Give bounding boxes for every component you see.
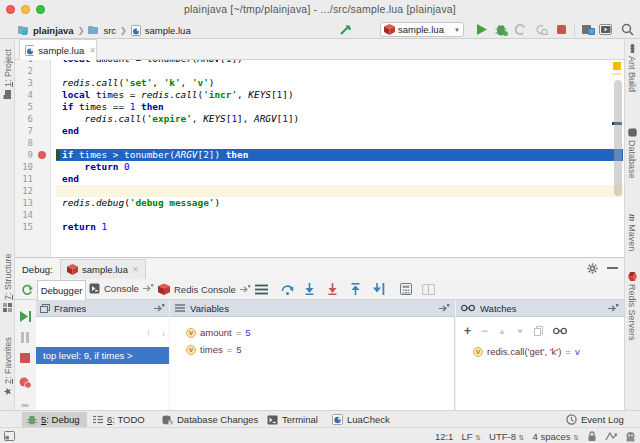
tab-redis-console: Redis Console <box>158 283 251 295</box>
more: »» <box>21 401 28 410</box>
titlebar: plainjava [~/tmp/plainjava] - .../src/sa… <box>0 0 640 21</box>
toolbar: plainjava ❯ src ❯ sample.lua sample.lua … <box>0 21 640 39</box>
view-breakpoints <box>19 377 32 389</box>
stripe-project: 1: Project <box>1 42 14 99</box>
evaluate <box>400 283 412 295</box>
stripe-mark-yellow <box>613 62 621 70</box>
stripe-maven: m Maven <box>626 214 639 258</box>
twb-dbchanges: Database Changes <box>162 412 258 427</box>
tw-toggle <box>4 431 15 441</box>
indent: 4 spaces ⇅ <box>532 431 579 442</box>
stripe-redis: Redis Servers <box>626 272 639 348</box>
twb-luacheck: LuaCheck <box>332 412 390 427</box>
watches-panel: Watches + − ▲ ▼ v redis.call('get', 'k')… <box>456 300 624 411</box>
step-over <box>281 283 294 295</box>
breakpoint <box>38 151 46 159</box>
twb-todo: 6: TODO <box>93 412 145 427</box>
debug-btn <box>495 24 508 36</box>
gutter-numbers: 123456789101112131415 <box>15 60 33 233</box>
toolwindow-bar: 5: Debug 6: TODO Database Changes Termin… <box>0 410 640 427</box>
right-stripe: Ant Build Database m Maven Redis Servers <box>624 39 640 410</box>
debug-tab: sample.lua ✕ <box>60 259 146 279</box>
layout2-icon <box>422 284 435 295</box>
frames-panel: Frames ↑ ↓ top level: 9, if times > <box>36 300 169 411</box>
stop <box>20 353 30 363</box>
debug-tabs-row: Debugger Console Redis Console <box>15 279 624 300</box>
encoding: UTF-8 ⇅ <box>489 431 524 442</box>
debug-settings <box>587 263 598 274</box>
scrollbar-thumb <box>614 80 622 196</box>
rerun-icon <box>21 284 33 296</box>
twb-debug: 5: Debug <box>22 412 87 427</box>
var-row-1: v amount = 5 <box>186 327 251 338</box>
debug-actions: »» <box>15 300 36 411</box>
tab-console: Console <box>89 283 154 294</box>
stripe-database: Database <box>626 128 639 182</box>
coverage-btn <box>514 24 526 35</box>
stripe-favorites: ★ 2: Favorites <box>1 316 14 396</box>
run-toolbar: sample.lua ▼ <box>330 21 640 38</box>
profile-btn <box>535 24 548 35</box>
variables-header: Variables <box>170 300 455 317</box>
force-step-into <box>327 283 338 295</box>
line-sep: LF ⇅ <box>461 431 481 442</box>
run-config-combo: sample.lua ▼ <box>380 22 464 37</box>
frames-header: Frames <box>36 300 169 317</box>
twb-eventlog: Event Log <box>566 412 624 427</box>
frame-row: top level: 9, if times > <box>36 347 169 364</box>
editor-tabbar: sample.lua ✕ <box>15 39 624 60</box>
var-row-2: v times = 5 <box>186 344 242 355</box>
debug-hide <box>607 267 618 269</box>
debug-header: Debug: sample.lua ✕ <box>15 258 624 279</box>
variables-panel: Variables v amount = 5 v times = 5 <box>170 300 455 411</box>
editor: 123456789101112131415 local amount = ton… <box>15 60 624 257</box>
resume <box>20 311 31 322</box>
debug-toolwindow: Debug: sample.lua ✕ Debugger Console Re <box>15 257 624 410</box>
tool-icon2 <box>599 24 612 35</box>
nav-bar: plainjava ❯ src ❯ sample.lua <box>18 24 191 36</box>
tab-debugger: Debugger <box>37 280 86 300</box>
code: local amount = tonumber(ARGV[1]) redis.c… <box>62 60 299 245</box>
hector2 <box>625 431 636 442</box>
stripe-structure: 7: Structure <box>1 246 14 312</box>
tool-icon1 <box>582 24 595 35</box>
run-btn <box>476 24 487 35</box>
stripe-ant: Ant Build <box>626 44 639 96</box>
intellij-window: plainjava [~/tmp/plainjava] - .../src/sa… <box>0 0 640 443</box>
caret-pos: 12:1 <box>435 431 454 442</box>
watches-header: Watches <box>456 300 624 317</box>
lock <box>587 431 597 442</box>
stop-btn <box>557 25 566 34</box>
tab-sample-lua: sample.lua ✕ <box>19 39 97 60</box>
run-to-cursor <box>373 283 386 295</box>
step-into <box>304 283 315 295</box>
layout-icon <box>255 284 268 295</box>
status-bar: 12:1 LF ⇅ UTF-8 ⇅ 4 spaces ⇅ <box>0 427 640 443</box>
search-icon <box>621 23 634 36</box>
hector1 <box>605 431 617 442</box>
twb-terminal: Terminal <box>267 412 318 427</box>
watch-row: v redis.call('get', 'k') = v <box>473 346 580 357</box>
step-out <box>350 283 361 295</box>
title-text: plainjava [~/tmp/plainjava] - .../src/sa… <box>0 3 640 15</box>
build-icon <box>339 24 352 36</box>
watches-toolbar: + − ▲ ▼ <box>456 323 624 339</box>
pause <box>20 332 30 343</box>
left-stripe: 1: Project 7: Structure ★ 2: Favorites <box>0 39 15 410</box>
